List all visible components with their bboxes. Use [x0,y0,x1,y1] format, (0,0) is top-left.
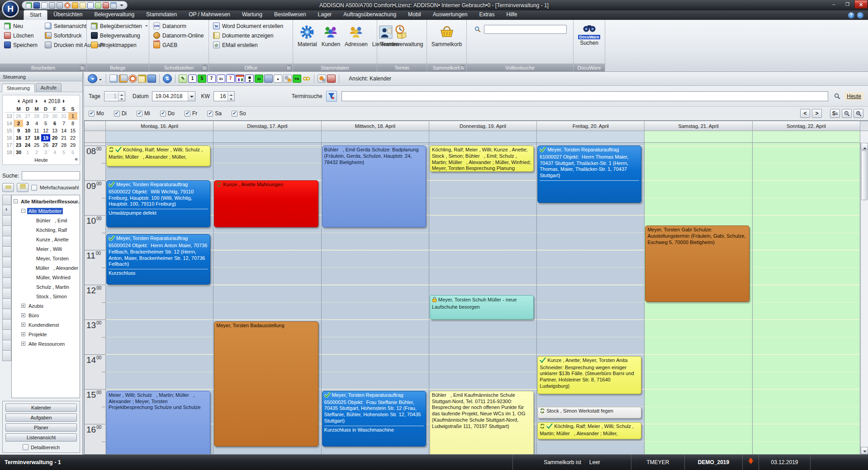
minimize-button[interactable] [827,0,840,9]
mini-calendar-day[interactable]: 1 [23,149,32,156]
view-dropdown-icon[interactable] [88,74,97,83]
tree-item-büro[interactable]: +Büro [12,310,80,320]
search-icon[interactable] [833,92,842,101]
weekday-checkbox-so[interactable]: So [232,110,246,117]
mini-calendar-day[interactable]: 10 [23,127,32,134]
spin-down-icon[interactable] [228,96,234,101]
planer-view-button[interactable]: Planer [5,423,77,432]
appointment[interactable]: Meyer, Torsten Reparaturauftrag 65000025… [322,391,426,446]
menu-tab-op-mahnwesen[interactable]: OP / Mahnwesen [183,10,236,20]
mini-calendar-day[interactable]: 27 [50,141,59,149]
new-appointment-icon[interactable] [179,75,187,83]
fa-icon[interactable] [293,75,301,83]
appointment[interactable]: Köchling, Ralf; Meier , Willi; Schulz , … [106,146,210,166]
zoom-out-icon[interactable] [842,109,852,118]
person-icon[interactable] [245,75,254,83]
mehrfachauswahl-checkbox[interactable] [31,185,37,191]
day-column-6[interactable] [753,143,860,454]
tage-stepper[interactable]: 1 [104,91,125,101]
tree-item-kundendienst[interactable]: +Kundendienst [12,320,80,329]
mini-calendar-day[interactable]: 5 [59,149,68,156]
dokumente-anzeigen-button[interactable]: Dokumente anzeigen [212,32,290,39]
delete-icon[interactable] [327,75,336,83]
vertical-scrollbar[interactable] [860,143,868,454]
mini-calendar-day[interactable]: 28 [59,141,68,149]
dialog-launcher-icon[interactable] [202,65,207,70]
suche-input[interactable] [22,171,80,180]
neu-button[interactable]: Neu [3,22,39,30]
terminsuche-input[interactable] [342,91,828,101]
strip-button[interactable] [2,299,11,309]
collapse-all-icon[interactable] [2,183,14,192]
mini-calendar-day[interactable]: 20 [50,134,59,141]
mini-calendar-day[interactable]: 4 [32,120,41,127]
material-button[interactable]: Material [296,22,319,48]
mini-calendar-day[interactable]: 9 [14,127,23,134]
appointment[interactable]: Meyer, Torsten Reparaturauftrag 65000024… [106,234,210,285]
heute-button[interactable]: Heute [34,157,47,163]
folder-icon[interactable] [147,75,156,83]
fulltext-search-input[interactable] [484,25,567,34]
prev-day-button[interactable]: < [800,109,810,118]
appointment[interactable]: Meyer, Torsten Schuh Müller - neue Laufs… [430,295,534,320]
weekday-checkbox-di[interactable]: Di [114,110,127,117]
allday-cell-2[interactable] [322,131,429,143]
multi-7-icon[interactable] [226,75,235,83]
tree-expander-icon[interactable]: + [21,332,25,336]
mini-calendar-day[interactable]: 30 [50,113,59,120]
tree-item-meyer-torsten[interactable]: Meyer, Torsten [12,254,80,263]
mini-calendar-day[interactable]: 29 [68,141,77,149]
detailbereich-checkbox[interactable] [23,444,28,450]
gaeb-button[interactable]: GAEB [152,41,206,49]
new-document-icon[interactable] [26,2,32,9]
menu-tab-wartung[interactable]: Wartung [236,10,268,20]
week-5-icon[interactable] [198,75,206,83]
mini-calendar-day[interactable]: 1 [68,113,77,120]
close-button[interactable] [854,0,868,9]
strip-button[interactable] [2,309,11,320]
strip-button[interactable] [2,351,11,361]
menu-tab-lager[interactable]: Lager [312,10,338,20]
appointment[interactable]: Meyer, Torsten Badausstellung [214,321,318,446]
strip-button[interactable] [2,330,11,340]
allday-cell-3[interactable] [429,131,537,143]
prev-month-icon[interactable] [16,99,19,103]
quick-print-icon[interactable] [49,2,55,9]
weekday-checkbox-do[interactable]: Do [160,110,175,117]
weekday-checkbox-fr[interactable]: Fr [185,110,197,117]
dialog-launcher-icon[interactable] [80,65,85,70]
kunden-button[interactable]: Kunden [320,22,342,48]
checkbox-icon[interactable] [160,111,166,117]
resource-folder-icon[interactable] [264,75,273,83]
tree-item-alle-mitarbeiter-ressour[interactable]: -Alle Mitarbeiter/Ressour... [12,197,80,206]
mini-calendar-day[interactable]: 3 [23,120,32,127]
docuware-suchen-button[interactable]: DocuWare Suchen [576,22,602,62]
mini-calendar-day[interactable]: 3 [41,149,50,156]
next-year-icon[interactable] [63,99,66,103]
datanorm-button[interactable]: Datanorm [152,22,206,30]
allday-cell-1[interactable] [213,131,321,143]
checkbox-icon[interactable] [232,111,237,117]
spin-up-icon[interactable] [228,92,234,96]
mini-calendar-day[interactable]: 22 [68,134,77,141]
strip-button[interactable] [2,236,11,247]
kalender-view-button[interactable]: Kalender [5,404,77,412]
mini-calendar-day[interactable]: 16 [14,134,23,141]
next-month-icon[interactable] [36,99,39,103]
strip-button[interactable] [2,288,11,299]
reminder-icon[interactable] [128,75,137,83]
next-day-button[interactable]: > [812,109,822,118]
allday-cell-5[interactable] [645,131,752,143]
statusbar-download[interactable] [742,455,759,470]
collapse-ribbon-icon[interactable] [857,12,863,19]
tree-item-projekte[interactable]: +Projekte [12,329,80,339]
appointment[interactable]: Bühler , Emil Kaufmännische Schule Stutt… [430,391,534,454]
appointment[interactable]: Meyer, Torsten Gabi Schulze: Ausstellung… [645,226,749,302]
word-document-icon[interactable] [87,2,94,9]
spin-up-icon[interactable] [119,92,125,96]
mini-calendar-day[interactable]: 2 [14,120,23,127]
strip-button[interactable] [2,216,11,226]
chevrons-icon[interactable] [75,156,78,162]
sync-icon[interactable] [163,74,172,83]
toolbar-options-chevron-icon[interactable] [120,5,123,8]
